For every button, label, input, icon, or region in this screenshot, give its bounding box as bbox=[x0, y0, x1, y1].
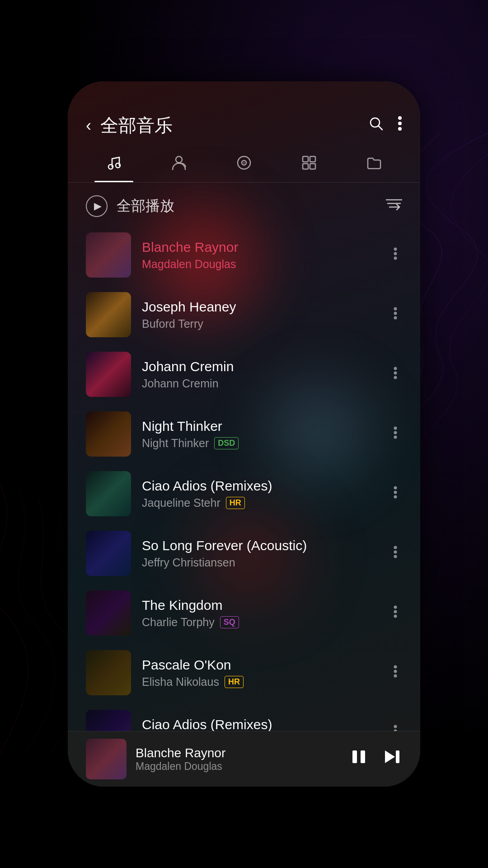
song-artwork bbox=[86, 590, 131, 636]
grid-icon bbox=[300, 154, 318, 175]
song-artwork bbox=[86, 710, 131, 731]
song-more-button[interactable] bbox=[389, 541, 402, 566]
svg-point-23 bbox=[394, 316, 397, 319]
song-title: Ciao Adios (Remixes) bbox=[142, 717, 378, 731]
song-artist: Magdalen Douglas bbox=[142, 258, 236, 271]
svg-rect-11 bbox=[303, 156, 308, 162]
svg-line-1 bbox=[379, 126, 382, 130]
song-artist-row: Buford Terry bbox=[142, 317, 378, 330]
svg-rect-12 bbox=[310, 156, 315, 162]
svg-rect-14 bbox=[310, 164, 315, 169]
song-list: Blanche RaynorMagdalen Douglas Joseph He… bbox=[68, 225, 420, 731]
pause-button[interactable] bbox=[349, 747, 369, 771]
svg-point-31 bbox=[394, 491, 397, 494]
tab-albums[interactable] bbox=[211, 147, 277, 182]
svg-rect-48 bbox=[396, 750, 399, 763]
tab-playlist[interactable] bbox=[277, 147, 342, 182]
svg-point-25 bbox=[394, 371, 397, 374]
svg-point-19 bbox=[394, 252, 397, 255]
song-artist-row: Jaqueline StehrHR bbox=[142, 496, 378, 509]
svg-rect-46 bbox=[361, 750, 365, 763]
svg-point-30 bbox=[394, 486, 397, 489]
svg-point-24 bbox=[394, 367, 397, 370]
play-icon: ▶ bbox=[94, 200, 102, 212]
svg-point-4 bbox=[398, 127, 402, 131]
svg-point-22 bbox=[394, 311, 397, 315]
song-artist-row: Johann Cremin bbox=[142, 377, 378, 390]
song-more-button[interactable] bbox=[389, 362, 402, 387]
now-playing-info: Blanche Raynor Magdalen Douglas bbox=[136, 746, 340, 773]
list-item[interactable]: So Long Forever (Acoustic)Jeffry Christi… bbox=[68, 524, 420, 583]
song-artist: Buford Terry bbox=[142, 317, 203, 330]
list-item[interactable]: Ciao Adios (Remixes)Willis Osinski bbox=[68, 703, 420, 731]
tab-artists[interactable] bbox=[146, 147, 211, 182]
quality-badge: HR bbox=[226, 497, 245, 509]
song-artwork bbox=[86, 352, 131, 397]
now-playing-bar[interactable]: Blanche Raynor Magdalen Douglas bbox=[68, 731, 420, 787]
now-playing-artist: Magdalen Douglas bbox=[136, 760, 340, 773]
playback-controls bbox=[349, 747, 402, 771]
svg-point-0 bbox=[371, 118, 380, 127]
song-title: Joseph Heaney bbox=[142, 299, 378, 315]
song-more-button[interactable] bbox=[389, 720, 402, 731]
status-bar bbox=[68, 81, 420, 108]
song-info: Blanche RaynorMagdalen Douglas bbox=[142, 240, 378, 271]
list-item[interactable]: Pascale O'KonElisha NikolausHR bbox=[68, 643, 420, 703]
page-title: 全部音乐 bbox=[100, 113, 359, 138]
svg-point-35 bbox=[394, 555, 397, 558]
quality-badge: DSD bbox=[214, 437, 239, 449]
song-info: The KingdomCharlie TorphySQ bbox=[142, 598, 378, 629]
song-more-button[interactable] bbox=[389, 481, 402, 507]
svg-point-3 bbox=[398, 122, 402, 125]
svg-point-42 bbox=[394, 725, 397, 728]
song-title: Johann Cremin bbox=[142, 359, 378, 374]
nav-tabs bbox=[68, 147, 420, 183]
song-info: Johann CreminJohann Cremin bbox=[142, 359, 378, 390]
song-more-button[interactable] bbox=[389, 421, 402, 447]
play-all-button[interactable]: ▶ bbox=[86, 195, 108, 217]
sort-icon[interactable] bbox=[386, 198, 402, 215]
song-more-button[interactable] bbox=[389, 242, 402, 268]
svg-point-32 bbox=[394, 495, 397, 498]
svg-point-40 bbox=[394, 670, 397, 673]
tab-folders[interactable] bbox=[342, 147, 407, 182]
song-artwork bbox=[86, 411, 131, 457]
song-info: Ciao Adios (Remixes)Willis Osinski bbox=[142, 717, 378, 731]
tab-songs[interactable] bbox=[81, 147, 146, 182]
song-artist-row: Charlie TorphySQ bbox=[142, 616, 378, 629]
person-icon bbox=[170, 154, 188, 175]
list-item[interactable]: Johann CreminJohann Cremin bbox=[68, 344, 420, 404]
svg-point-18 bbox=[394, 247, 397, 250]
search-icon[interactable] bbox=[368, 115, 384, 136]
quality-badge: HR bbox=[225, 676, 244, 688]
list-item[interactable]: Blanche RaynorMagdalen Douglas bbox=[68, 225, 420, 285]
svg-point-21 bbox=[394, 307, 397, 310]
song-artist-row: Jeffry Christiansen bbox=[142, 556, 378, 569]
song-more-button[interactable] bbox=[389, 302, 402, 328]
song-artist-row: Elisha NikolausHR bbox=[142, 675, 378, 689]
header-actions bbox=[368, 115, 402, 136]
song-more-button[interactable] bbox=[389, 600, 402, 626]
play-all-bar: ▶ 全部播放 bbox=[68, 187, 420, 225]
song-info: Pascale O'KonElisha NikolausHR bbox=[142, 657, 378, 689]
list-item[interactable]: Ciao Adios (Remixes)Jaqueline StehrHR bbox=[68, 464, 420, 524]
song-artist: Johann Cremin bbox=[142, 377, 219, 390]
song-artwork bbox=[86, 232, 131, 278]
song-artist: Elisha Nikolaus bbox=[142, 675, 219, 689]
song-title: The Kingdom bbox=[142, 598, 378, 613]
song-info: Joseph HeaneyBuford Terry bbox=[142, 299, 378, 330]
svg-point-36 bbox=[394, 605, 397, 609]
svg-point-26 bbox=[394, 376, 397, 379]
list-item[interactable]: Joseph HeaneyBuford Terry bbox=[68, 285, 420, 344]
song-artist: Charlie Torphy bbox=[142, 616, 215, 629]
more-options-icon[interactable] bbox=[398, 116, 402, 135]
song-title: Night Thinker bbox=[142, 419, 378, 434]
list-item[interactable]: Night ThinkerNight ThinkerDSD bbox=[68, 404, 420, 464]
next-button[interactable] bbox=[382, 747, 402, 771]
song-more-button[interactable] bbox=[389, 660, 402, 686]
list-item[interactable]: The KingdomCharlie TorphySQ bbox=[68, 583, 420, 643]
back-button[interactable]: ‹ bbox=[86, 116, 91, 135]
song-artist-row: Night ThinkerDSD bbox=[142, 437, 378, 450]
svg-point-37 bbox=[394, 610, 397, 613]
svg-point-34 bbox=[394, 550, 397, 553]
